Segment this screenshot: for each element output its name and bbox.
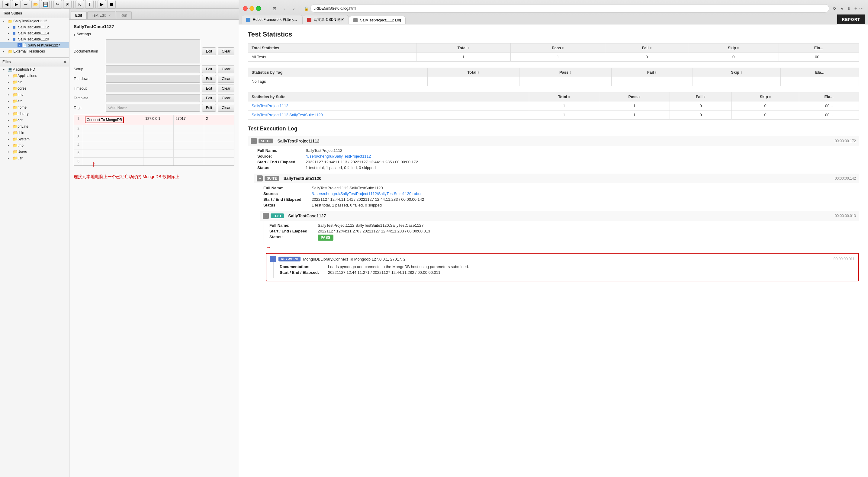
template-input[interactable] [106, 94, 200, 102]
tree-item-tmp[interactable]: ▸ 📁 tmp [0, 142, 69, 149]
report-btn[interactable]: REPORT [837, 14, 865, 24]
tags-edit-btn[interactable]: Edit [202, 104, 216, 112]
back-btn[interactable]: ◀ [2, 0, 11, 8]
doc-clear-btn[interactable]: Clear [218, 47, 235, 55]
tree-item-bin[interactable]: ▸ 📁 bin [0, 79, 69, 85]
doc-input[interactable] [106, 39, 200, 63]
browser-forward-btn[interactable]: › [290, 4, 298, 12]
tree-item-applications[interactable]: ▸ 📁 Applications [0, 72, 69, 79]
grid-cell-arg1[interactable] [144, 133, 174, 141]
browser-back-btn[interactable]: ‹ [280, 4, 288, 12]
grid-cell-arg2[interactable] [174, 158, 204, 165]
k-btn[interactable]: K [75, 0, 84, 8]
source-link[interactable]: /Users/chengrui/SallyTestProject1112 [306, 154, 371, 159]
grid-cell-arg3[interactable] [204, 133, 234, 141]
tree-item-library[interactable]: ▸ 📁 Library [0, 110, 69, 117]
timeout-clear-btn[interactable]: Clear [218, 85, 235, 92]
browser-tab-csdn[interactable]: 写文章-CSDN 博客 [303, 15, 349, 24]
setup-input[interactable] [106, 65, 200, 73]
browser-tab-sally[interactable]: SallyTestProject1112 Log [349, 16, 405, 24]
tree-item-users[interactable]: ▸ 📁 Users [0, 149, 69, 155]
new-tab-btn[interactable]: + [855, 6, 857, 11]
tree-item-suite1114[interactable]: ▸ ◼ SallyTestSuite1114 [0, 30, 69, 36]
copy-btn[interactable]: ⎘ [63, 0, 71, 8]
timeout-edit-btn[interactable]: Edit [202, 85, 216, 92]
grid-cell-arg2[interactable] [174, 141, 204, 149]
reload-btn[interactable]: ⟳ [831, 5, 838, 12]
undo-btn[interactable]: ↩ [22, 0, 30, 8]
grid-cell-arg3[interactable] [204, 150, 234, 157]
timeout-input[interactable] [106, 85, 200, 92]
grid-cell-arg1[interactable] [144, 125, 174, 133]
download-btn[interactable]: ⬇ [845, 5, 852, 12]
traffic-light-green[interactable] [256, 6, 261, 11]
grid-cell-arg2[interactable]: 27017 [174, 115, 204, 125]
tab-textedit[interactable]: Text Edit ✕ [87, 11, 115, 19]
t-btn[interactable]: T [85, 0, 94, 8]
files-close-btn[interactable]: ✕ [63, 60, 67, 64]
tree-item-suite1120[interactable]: ▾ ◼ SallyTestSuite1120 [0, 36, 69, 42]
tree-item-etc[interactable]: ▸ 📁 etc [0, 98, 69, 104]
suite-row1-link[interactable]: SallyTestProject1112 [252, 103, 288, 108]
suite-toggle-project[interactable]: − [251, 138, 257, 144]
grid-cell-kw[interactable] [83, 133, 144, 141]
tree-item-case1127[interactable]: 📄 SallyTestCase1127 [0, 42, 69, 48]
grid-cell-arg2[interactable] [174, 133, 204, 141]
tree-item-project[interactable]: ▾ 📁 SallyTestProject1112 [0, 18, 69, 24]
setup-clear-btn[interactable]: Clear [218, 65, 235, 73]
tree-item-sbin[interactable]: ▸ 📁 sbin [0, 129, 69, 136]
teardown-clear-btn[interactable]: Clear [218, 75, 235, 83]
grid-cell-arg1[interactable] [144, 141, 174, 149]
template-edit-btn[interactable]: Edit [202, 94, 216, 102]
tree-item-cores[interactable]: ▸ 📁 cores [0, 85, 69, 92]
tab-textedit-close[interactable]: ✕ [108, 14, 111, 17]
keyword-toggle[interactable]: − [270, 256, 276, 262]
grid-cell-kw[interactable] [83, 125, 144, 133]
traffic-light-yellow[interactable] [249, 6, 254, 11]
tree-item-external[interactable]: ▸ 📁 External Resources [0, 48, 69, 54]
settings-collapse-arrow[interactable]: ▾ [74, 33, 75, 37]
tree-item-home[interactable]: ▸ 📁 home [0, 104, 69, 110]
doc-edit-btn[interactable]: Edit [202, 47, 216, 55]
tags-clear-btn[interactable]: Clear [218, 104, 235, 112]
template-clear-btn[interactable]: Clear [218, 94, 235, 102]
suite-toggle-case1127[interactable]: − [263, 213, 269, 219]
tree-item-opt[interactable]: ▸ 📁 opt [0, 117, 69, 123]
tab-run[interactable]: Run [116, 11, 132, 19]
url-bar[interactable]: /RIDE5m50ret0.d/log.html [310, 4, 829, 13]
teardown-edit-btn[interactable]: Edit [202, 75, 216, 83]
grid-cell-kw[interactable] [83, 141, 144, 149]
tree-item-private[interactable]: ▸ 📁 private [0, 123, 69, 129]
tree-item-macos-hd[interactable]: ▾ 💻 Macintosh HD [0, 66, 69, 72]
run-btn[interactable]: ▶ [98, 0, 106, 8]
bookmark-icon[interactable]: ★ [840, 6, 843, 10]
tree-item-usr[interactable]: ▸ 📁 usr [0, 155, 69, 161]
grid-cell-arg2[interactable] [174, 150, 204, 157]
tree-item-suite1112[interactable]: ▸ ◼ SallyTestSuite1112 [0, 24, 69, 30]
cut-btn[interactable]: ✂ [54, 0, 62, 8]
grid-cell-arg1[interactable]: 127.0.0.1 [144, 115, 174, 125]
grid-cell-arg3[interactable] [204, 158, 234, 165]
tab-edit[interactable]: Edit [71, 11, 87, 19]
grid-cell-arg3[interactable] [204, 141, 234, 149]
teardown-input[interactable] [106, 75, 200, 83]
tree-item-system[interactable]: ▸ 📁 System [0, 136, 69, 142]
tree-item-dev[interactable]: ▸ 📁 dev [0, 92, 69, 98]
suite-row2-link[interactable]: SallyTestProject1112.SallyTestSuite1120 [252, 113, 323, 117]
open-btn[interactable]: 📂 [31, 0, 40, 8]
source-link[interactable]: /Users/chengrui/SallyTestProject1112/Sal… [312, 191, 421, 196]
extensions-btn[interactable]: ⋯ [859, 6, 864, 11]
sidebar-toggle-btn[interactable]: ⊡ [271, 4, 278, 12]
browser-tab-robot[interactable]: Robot Framework 自动化测... [242, 15, 303, 24]
grid-cell-arg3[interactable]: 2 [204, 115, 234, 125]
stop-btn[interactable]: ⏹ [107, 0, 116, 8]
grid-cell-arg2[interactable] [174, 125, 204, 133]
setup-edit-btn[interactable]: Edit [202, 65, 216, 73]
grid-cell-arg1[interactable] [144, 158, 174, 165]
forward-btn[interactable]: ▶ [12, 0, 21, 8]
grid-cell-kw[interactable]: Connect To MongoDB [83, 115, 144, 125]
grid-cell-arg1[interactable] [144, 150, 174, 157]
grid-cell-arg3[interactable] [204, 125, 234, 133]
save-btn[interactable]: 💾 [41, 0, 50, 8]
tags-input[interactable]: <Add New> [106, 104, 200, 112]
